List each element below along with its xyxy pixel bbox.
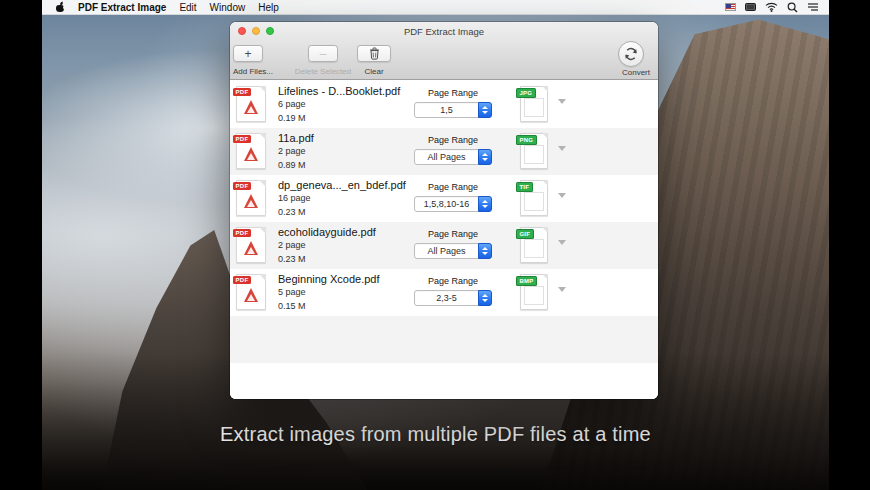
toolbar: + Add Files... – Delete Selected	[230, 40, 658, 80]
page-range-combobox[interactable]: All Pages	[414, 243, 492, 259]
us-flag-icon[interactable]	[725, 3, 736, 11]
stepper-button[interactable]	[478, 102, 492, 118]
image-thumbnail	[524, 98, 544, 117]
pdf-logo-icon	[244, 288, 258, 302]
page-range-label: Page Range	[408, 229, 498, 239]
pdf-logo-icon	[244, 147, 258, 161]
image-thumbnail	[524, 192, 544, 211]
image-thumbnail	[524, 286, 544, 305]
file-size: 0.15 M	[278, 300, 380, 314]
plus-icon: +	[244, 48, 251, 60]
table-row[interactable]: PDF ecoholidayguide.pdf 2 page 0.23 M Pa…	[230, 222, 658, 269]
table-row[interactable]: PDF Beginning Xcode.pdf 5 page 0.15 M Pa…	[230, 269, 658, 316]
format-badge: JPG	[516, 88, 536, 98]
file-name: 11a.pdf	[278, 131, 314, 145]
image-thumbnail	[524, 239, 544, 258]
pdf-badge: PDF	[233, 276, 251, 284]
pdf-logo-icon	[244, 194, 258, 208]
format-badge: BMP	[516, 276, 537, 286]
menu-window[interactable]: Window	[210, 0, 246, 15]
menu-edit[interactable]: Edit	[179, 0, 196, 15]
clear-label: Clear	[357, 67, 391, 76]
pdf-logo-icon	[244, 100, 258, 114]
format-dropdown-arrow[interactable]	[558, 99, 566, 104]
clear-button[interactable]	[357, 45, 391, 62]
empty-row-stripe	[230, 316, 658, 363]
window-header: PDF Extract Image + Add Files... – Delet…	[230, 22, 658, 80]
format-dropdown-arrow[interactable]	[558, 240, 566, 245]
stepper-button[interactable]	[478, 196, 492, 212]
title-bar[interactable]: PDF Extract Image	[230, 22, 658, 40]
display-icon[interactable]	[745, 3, 756, 11]
file-pages: 16 page	[278, 192, 406, 206]
image-thumbnail	[524, 145, 544, 164]
format-badge: PNG	[516, 135, 537, 145]
pdf-badge: PDF	[233, 88, 251, 96]
minimize-button[interactable]	[252, 27, 260, 35]
delete-selected-label: Delete Selected	[294, 67, 352, 76]
page-range-label: Page Range	[408, 182, 498, 192]
empty-row-stripe	[230, 363, 658, 399]
file-name: dp_geneva..._en_bdef.pdf	[278, 178, 406, 192]
output-format-icon[interactable]: PNG	[520, 133, 548, 169]
format-badge: TIF	[516, 182, 533, 192]
file-list: PDF Lifelines - D...Booklet.pdf 6 page 0…	[230, 81, 658, 399]
notification-center-icon[interactable]	[807, 2, 819, 12]
format-dropdown-arrow[interactable]	[558, 287, 566, 292]
pdf-file-icon: PDF	[236, 133, 266, 169]
close-button[interactable]	[238, 27, 246, 35]
stepper-button[interactable]	[478, 149, 492, 165]
delete-selected-button[interactable]: –	[308, 45, 338, 62]
file-size: 0.89 M	[278, 159, 314, 173]
search-icon[interactable]	[787, 2, 798, 13]
pdf-badge: PDF	[233, 182, 251, 190]
zoom-button[interactable]	[266, 27, 274, 35]
pdf-file-icon: PDF	[236, 180, 266, 216]
pdf-badge: PDF	[233, 135, 251, 143]
page-range-label: Page Range	[408, 276, 498, 286]
trash-icon	[369, 47, 380, 60]
page-range-combobox[interactable]: 1,5,8,10-16	[414, 196, 492, 212]
table-row[interactable]: PDF 11a.pdf 2 page 0.89 M Page Range All…	[230, 128, 658, 175]
page-range-label: Page Range	[408, 135, 498, 145]
table-row[interactable]: PDF Lifelines - D...Booklet.pdf 6 page 0…	[230, 81, 658, 128]
file-pages: 5 page	[278, 286, 380, 300]
page-range-value: All Pages	[415, 244, 478, 259]
file-name: ecoholidayguide.pdf	[278, 225, 376, 239]
table-row[interactable]: PDF dp_geneva..._en_bdef.pdf 16 page 0.2…	[230, 175, 658, 222]
page-range-value: 2,3-5	[415, 291, 478, 306]
pdf-file-icon: PDF	[236, 227, 266, 263]
pdf-logo-icon	[244, 241, 258, 255]
window-title: PDF Extract Image	[290, 22, 598, 40]
output-format-icon[interactable]: BMP	[520, 274, 548, 310]
page-range-combobox[interactable]: 1,5	[414, 102, 492, 118]
page-range-combobox[interactable]: All Pages	[414, 149, 492, 165]
stepper-button[interactable]	[478, 243, 492, 259]
minus-icon: –	[320, 48, 327, 60]
output-format-icon[interactable]: GIF	[520, 227, 548, 263]
page-range-combobox[interactable]: 2,3-5	[414, 290, 492, 306]
file-size: 0.19 M	[278, 112, 400, 126]
pdf-file-icon: PDF	[236, 274, 266, 310]
file-name: Beginning Xcode.pdf	[278, 272, 380, 286]
add-files-button[interactable]: +	[233, 45, 263, 62]
file-size: 0.23 M	[278, 206, 406, 220]
file-name: Lifelines - D...Booklet.pdf	[278, 84, 400, 98]
marketing-caption: Extract images from multiple PDF files a…	[42, 423, 829, 446]
file-pages: 2 page	[278, 239, 376, 253]
apple-menu-icon[interactable]	[56, 2, 65, 12]
file-pages: 6 page	[278, 98, 400, 112]
menu-help[interactable]: Help	[258, 0, 279, 15]
output-format-icon[interactable]: JPG	[520, 86, 548, 122]
stepper-button[interactable]	[478, 290, 492, 306]
format-dropdown-arrow[interactable]	[558, 193, 566, 198]
pdf-badge: PDF	[233, 229, 251, 237]
output-format-icon[interactable]: TIF	[520, 180, 548, 216]
format-dropdown-arrow[interactable]	[558, 146, 566, 151]
menu-bar: PDF Extract Image Edit Window Help	[42, 0, 829, 15]
page-range-value: 1,5,8,10-16	[415, 197, 478, 212]
wifi-icon[interactable]	[765, 2, 778, 12]
menu-app-name[interactable]: PDF Extract Image	[78, 0, 166, 15]
page-range-value: All Pages	[415, 150, 478, 165]
convert-button[interactable]	[618, 41, 644, 67]
